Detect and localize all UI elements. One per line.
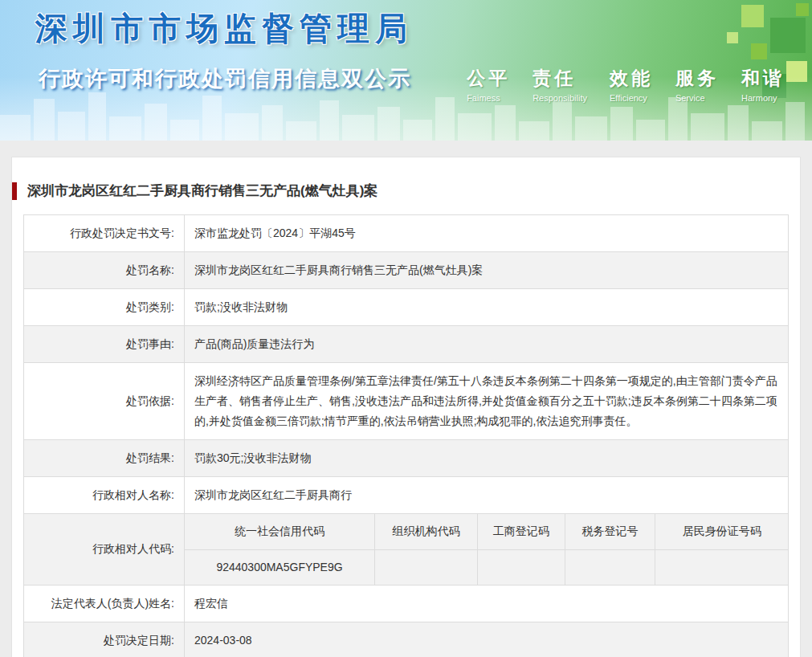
row-label: 行政相对人名称: [24,477,185,514]
subtable-header-cell: 税务登记号 [565,514,655,549]
table-row: 处罚类别: 罚款;没收非法财物 [24,289,789,326]
site-banner: 深圳市市场监督管理局 行政许可和行政处罚信用信息双公示 公平 Faimess 责… [0,0,812,141]
row-value: 罚款;没收非法财物 [185,289,789,326]
table-row: 行政相对人名称: 深圳市龙岗区红红二手厨具商行 [24,477,789,514]
subtable-header-cell: 工商登记码 [477,514,565,549]
row-value: 产品(商品)质量违法行为 [185,326,789,363]
penalty-info-table: 行政处罚决定书文号: 深市监龙处罚〔2024〕平湖45号 处罚名称: 深圳市龙岗… [23,214,789,657]
slogan-en: Service [675,93,719,103]
subtable-header-cell: 组织机构代码 [375,514,478,549]
subtable-value-cell [655,549,788,585]
table-row-party-codes: 行政相对人代码: 统一社会信用代码 组织机构代码 工商登记码 税务登记号 居民身… [24,514,789,586]
row-value: 深圳市龙岗区红红二手厨具商行 [185,477,789,514]
party-code-subtable: 统一社会信用代码 组织机构代码 工商登记码 税务登记号 居民身份证号码 9244… [185,514,788,585]
row-label: 处罚类别: [24,289,185,326]
slogan-item: 责任 Responsibility [532,66,587,103]
row-value: 深市监龙处罚〔2024〕平湖45号 [185,215,789,252]
subtable-header-cell: 统一社会信用代码 [185,514,375,549]
row-value: 程宏信 [185,586,789,622]
slogan-en: Responsibility [532,93,587,103]
slogan-list: 公平 Faimess 责任 Responsibility 效能 Efficien… [467,66,785,103]
row-label: 行政处罚决定书文号: [24,215,185,252]
subtable-value-cell [375,549,478,585]
table-row: 处罚依据: 深圳经济特区产品质量管理条例/第五章法律责任/第五十八条违反本条例第… [24,363,789,440]
slogan-cn: 公平 [467,66,510,91]
slogan-cn: 责任 [532,66,587,91]
row-label: 处罚依据: [24,363,185,440]
slogan-cn: 和谐 [741,66,785,91]
table-row: 处罚决定日期: 2024-03-08 [24,622,789,657]
slogan-en: Faimess [467,93,510,103]
subtable-value-cell [477,549,565,585]
row-value: 深圳市龙岗区红红二手厨具商行销售三无产品(燃气灶具)案 [185,252,789,289]
slogan-item: 服务 Service [675,66,719,103]
row-label: 处罚名称: [24,252,185,289]
table-row: 处罚结果: 罚款30元;没收非法财物 [24,440,789,477]
site-title: 深圳市市场监督管理局 [35,6,413,51]
row-value: 罚款30元;没收非法财物 [185,440,789,477]
slogan-en: Efficiency [610,93,653,103]
table-row: 法定代表人(负责人)姓名: 程宏信 [24,586,789,622]
row-label: 法定代表人(负责人)姓名: [24,586,185,622]
subtable-value-cell [565,549,655,585]
case-title: 深圳市龙岗区红红二手厨具商行销售三无产品(燃气灶具)案 [12,157,800,200]
row-label: 处罚决定日期: [24,622,185,657]
site-subtitle: 行政许可和行政处罚信用信息双公示 [39,64,411,93]
row-value: 2024-03-08 [185,622,789,657]
table-row: 行政处罚决定书文号: 深市监龙处罚〔2024〕平湖45号 [24,215,789,252]
subtable-header-row: 统一社会信用代码 组织机构代码 工商登记码 税务登记号 居民身份证号码 [185,514,788,549]
row-label: 处罚事由: [24,326,185,363]
subtable-value-row: 92440300MA5GFYPE9G [185,549,788,585]
case-title-text: 深圳市龙岗区红红二手厨具商行销售三无产品(燃气灶具)案 [27,182,377,200]
table-row: 处罚名称: 深圳市龙岗区红红二手厨具商行销售三无产品(燃气灶具)案 [24,252,789,289]
row-label: 处罚结果: [24,440,185,477]
slogan-cn: 效能 [610,66,653,91]
content-panel: 深圳市龙岗区红红二手厨具商行销售三无产品(燃气灶具)案 行政处罚决定书文号: 深… [11,157,801,657]
title-accent-bar [12,182,17,200]
slogan-en: Harmony [741,93,785,103]
row-value: 统一社会信用代码 组织机构代码 工商登记码 税务登记号 居民身份证号码 9244… [185,514,789,586]
row-value: 深圳经济特区产品质量管理条例/第五章法律责任/第五十八条违反本条例第二十四条第一… [185,363,789,440]
subtable-value-cell: 92440300MA5GFYPE9G [185,549,375,585]
subtable-header-cell: 居民身份证号码 [655,514,788,549]
slogan-cn: 服务 [675,66,719,91]
table-row: 处罚事由: 产品(商品)质量违法行为 [24,326,789,363]
slogan-item: 效能 Efficiency [610,66,653,103]
slogan-item: 和谐 Harmony [741,66,785,103]
slogan-item: 公平 Faimess [467,66,510,103]
row-label: 行政相对人代码: [24,514,185,586]
